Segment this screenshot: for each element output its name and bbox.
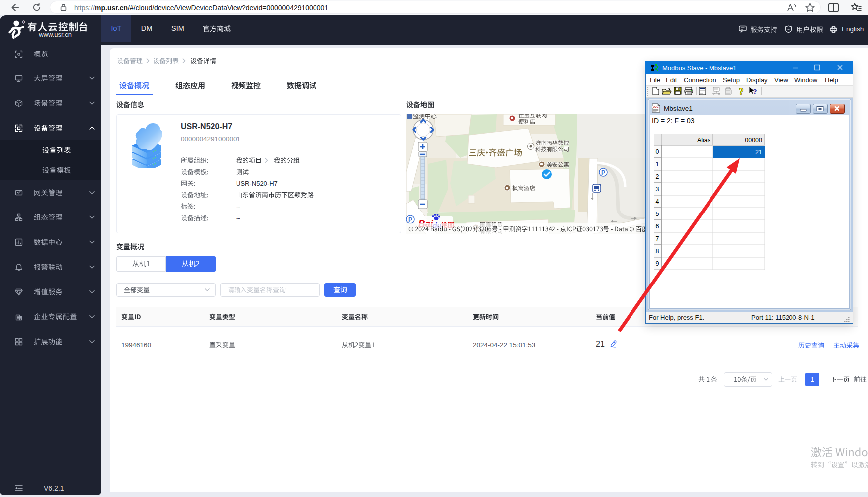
svg-text:?: ? bbox=[739, 86, 744, 96]
svg-text:P: P bbox=[408, 216, 412, 223]
svg-text:8: 8 bbox=[656, 248, 659, 255]
svg-text:Alias: Alias bbox=[697, 137, 710, 143]
svg-text:DOC: DOC bbox=[653, 106, 659, 109]
svg-text:2: 2 bbox=[656, 173, 659, 180]
svg-text:21: 21 bbox=[755, 149, 762, 156]
svg-text:1: 1 bbox=[656, 161, 659, 168]
svg-text:P: P bbox=[601, 169, 605, 176]
svg-text:5: 5 bbox=[656, 211, 659, 217]
svg-text:6: 6 bbox=[656, 223, 659, 230]
svg-text:R: R bbox=[23, 20, 25, 23]
svg-text:0: 0 bbox=[656, 148, 659, 155]
svg-text:?: ? bbox=[753, 88, 757, 96]
svg-text:3: 3 bbox=[656, 186, 659, 193]
svg-text:7: 7 bbox=[656, 235, 659, 242]
svg-text:9: 9 bbox=[656, 260, 659, 267]
svg-text:00000: 00000 bbox=[745, 137, 762, 143]
svg-text:4: 4 bbox=[656, 198, 659, 205]
